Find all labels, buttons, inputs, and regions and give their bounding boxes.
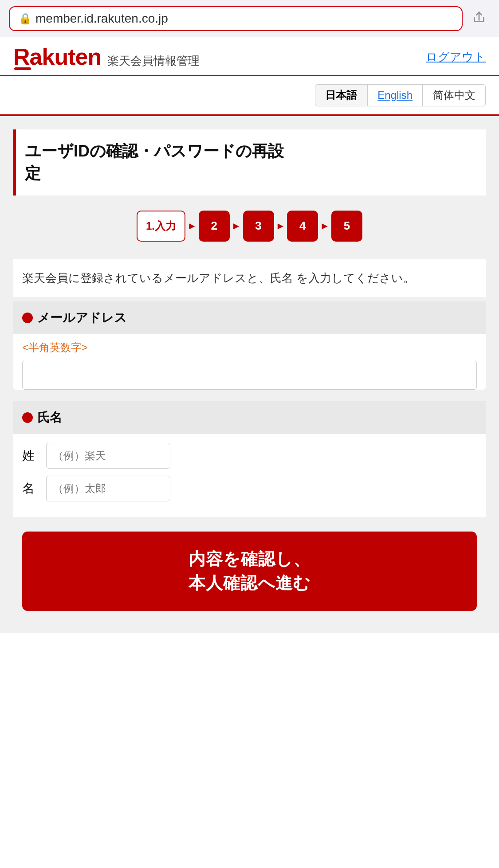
last-name-input[interactable] [46, 443, 170, 469]
submit-button[interactable]: 内容を確認し、 本人確認へ進む [22, 532, 477, 610]
lang-english-button[interactable]: English [367, 84, 423, 106]
url-bar[interactable]: 🔒 member.id.rakuten.co.jp [9, 6, 463, 31]
site-header: Rakuten 楽天会員情報管理 ログアウト [0, 37, 499, 76]
lock-icon: 🔒 [19, 12, 32, 25]
step-arrow-3: ► [276, 220, 286, 232]
page-title: ユーザIDの確認・パスワードの再設 定 [25, 140, 477, 185]
last-name-row: 姓 [22, 443, 477, 469]
name-fields: 姓 名 [13, 434, 486, 517]
page-title-line1: ユーザIDの確認・パスワードの再設 [25, 142, 284, 160]
browser-bar: 🔒 member.id.rakuten.co.jp [0, 0, 499, 37]
name-required-dot [22, 412, 33, 423]
email-label-row: メールアドレス [13, 301, 486, 334]
lang-chinese-button[interactable]: 简体中文 [423, 84, 486, 106]
step-3: 3 [243, 211, 274, 242]
steps-section: 1.入力 ► 2 ► 3 ► 4 ► 5 [13, 206, 486, 246]
logout-link[interactable]: ログアウト [426, 49, 486, 65]
name-section: 氏名 姓 名 [13, 401, 486, 517]
form-description: 楽天会員に登録されているメールアドレスと、氏名 を入力してください。 [13, 259, 486, 297]
step-arrow-2: ► [232, 220, 241, 232]
submit-section: 内容を確認し、 本人確認へ進む [13, 518, 486, 619]
email-required-dot [22, 313, 33, 323]
email-label: メールアドレス [37, 309, 127, 326]
step-arrow-1: ► [187, 220, 197, 232]
step-2: 2 [199, 211, 230, 242]
step-arrow-4: ► [320, 220, 330, 232]
site-subtitle: 楽天会員情報管理 [107, 53, 200, 69]
share-icon[interactable] [468, 8, 490, 29]
first-name-row: 名 [22, 476, 477, 501]
lang-japanese-button[interactable]: 日本語 [315, 84, 367, 106]
step-1: 1.入力 [137, 211, 185, 242]
language-selector: 日本語 English 简体中文 [0, 76, 499, 114]
page-title-line2: 定 [25, 164, 41, 182]
url-text: member.id.rakuten.co.jp [35, 12, 168, 26]
name-label-row: 氏名 [13, 401, 486, 434]
step-5: 5 [331, 211, 362, 242]
email-section: メールアドレス <半角英数字> [13, 301, 486, 390]
name-label: 氏名 [37, 409, 62, 426]
rakuten-logo: Rakuten [13, 45, 101, 68]
last-name-label: 姓 [22, 447, 40, 464]
main-content: ユーザIDの確認・パスワードの再設 定 1.入力 ► 2 ► 3 ► 4 ► 5… [0, 116, 499, 633]
step-4: 4 [287, 211, 318, 242]
first-name-input[interactable] [46, 476, 170, 501]
email-hint: <半角英数字> [13, 334, 486, 357]
email-input[interactable] [22, 361, 477, 390]
first-name-label: 名 [22, 480, 40, 497]
logo-area: Rakuten 楽天会員情報管理 [13, 45, 200, 69]
page-title-section: ユーザIDの確認・パスワードの再設 定 [13, 129, 486, 195]
